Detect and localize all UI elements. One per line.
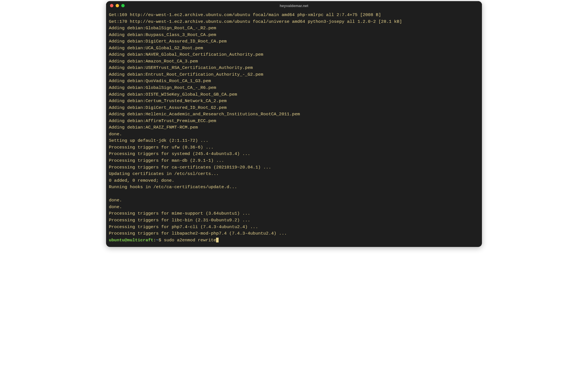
terminal-body[interactable]: Get:169 http://eu-west-1.ec2.archive.ubu…: [106, 10, 482, 247]
output-line: Get:170 http://eu-west-1.ec2.archive.ubu…: [109, 19, 402, 24]
output-line: Processing triggers for libc-bin (2.31-0…: [109, 218, 250, 223]
output-line: 0 added, 0 removed; done.: [109, 178, 174, 183]
output-line: Processing triggers for systemd (245.4-4…: [109, 151, 250, 156]
cursor-icon: [216, 238, 219, 242]
prompt-dollar: $: [159, 238, 164, 243]
output-line: Processing triggers for ufw (0.36-6) ...: [109, 145, 214, 150]
output-line: Updating certificates in /etc/ssl/certs.…: [109, 171, 219, 176]
output-line: Adding debian:Hellenic_Academic_and_Rese…: [109, 112, 300, 117]
maximize-icon[interactable]: [121, 4, 125, 7]
output-line: Adding debian:Entrust_Root_Certification…: [109, 72, 263, 77]
command-input[interactable]: sudo a2enmod rewrite: [164, 238, 216, 243]
output-line: Adding debian:GlobalSign_Root_CA_-_R2.pe…: [109, 26, 216, 31]
output-line: Adding debian:AffirmTrust_Premium_ECC.pe…: [109, 118, 216, 123]
output-line: Processing triggers for man-db (2.9.1-1)…: [109, 158, 224, 163]
output-line: Adding debian:USERTrust_RSA_Certificatio…: [109, 65, 253, 70]
output-line: Adding debian:UCA_Global_G2_Root.pem: [109, 46, 203, 51]
output-line: done.: [109, 132, 122, 137]
output-line: Adding debian:DigiCert_Assured_ID_Root_G…: [109, 105, 227, 110]
output-line: Adding debian:OISTE_WISeKey_Global_Root_…: [109, 92, 237, 97]
prompt-userhost: ubuntu@multicraft: [109, 238, 153, 243]
output-line: done.: [109, 204, 122, 210]
output-line: Processing triggers for mime-support (3.…: [109, 211, 250, 216]
prompt-path: ~: [156, 238, 158, 243]
output-line: Processing triggers for libapache2-mod-p…: [109, 231, 287, 236]
titlebar: heyvaldemar.net: [106, 1, 482, 10]
window-controls: [106, 4, 125, 7]
output-line: Processing triggers for php7.4-cli (7.4.…: [109, 224, 258, 230]
output-line: Setting up default-jdk (2:1.11-72) ...: [109, 138, 208, 143]
output-line: Adding debian:AC_RAIZ_FNMT-RCM.pem: [109, 125, 198, 130]
output-line: Get:169 http://eu-west-1.ec2.archive.ubu…: [109, 12, 381, 17]
minimize-icon[interactable]: [116, 4, 119, 7]
output-line: Adding debian:Certum_Trusted_Network_CA_…: [109, 98, 227, 104]
output-line: Adding debian:QuoVadis_Root_CA_1_G3.pem: [109, 78, 211, 84]
output-line: done.: [109, 198, 122, 203]
output-line: Adding debian:NAVER_Global_Root_Certific…: [109, 52, 263, 57]
output-line: Adding debian:Buypass_Class_3_Root_CA.pe…: [109, 32, 216, 37]
output-line: Processing triggers for ca-certificates …: [109, 165, 271, 170]
output-line: Adding debian:GlobalSign_Root_CA_-_R6.pe…: [109, 85, 216, 90]
terminal-window: heyvaldemar.net Get:169 http://eu-west-1…: [106, 1, 482, 247]
output-line: Adding debian:Amazon_Root_CA_3.pem: [109, 59, 198, 64]
output-line: Running hooks in /etc/ca-certificates/up…: [109, 184, 237, 190]
window-title: heyvaldemar.net: [106, 4, 482, 8]
output-line: Adding debian:DigiCert_Assured_ID_Root_C…: [109, 39, 227, 44]
close-icon[interactable]: [110, 4, 113, 7]
